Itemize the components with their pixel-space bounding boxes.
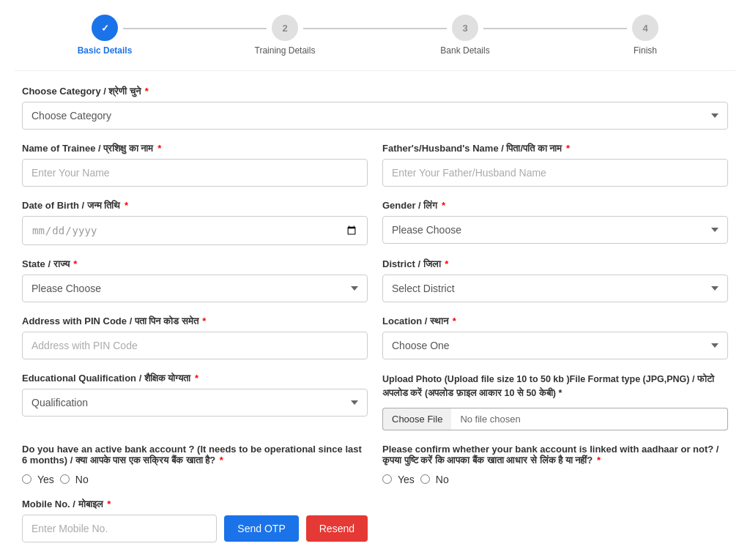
- mobile-label: Mobile No. / मोबाइल *: [22, 499, 368, 510]
- aadhaar-link-label: Please confirm whether your bank account…: [382, 444, 728, 466]
- step-label-finish: Finish: [634, 45, 657, 56]
- stepper: ✓ Basic Details 2 Training Details 3 Ban…: [15, 7, 735, 71]
- address-label: Address with PIN Code / पता पिन कोड समेत…: [22, 316, 368, 327]
- aadhaar-radio-group: Yes No: [382, 474, 728, 485]
- state-select[interactable]: Please Choose: [22, 275, 368, 302]
- send-otp-button[interactable]: Send OTP: [224, 515, 298, 542]
- bank-yes-label: Yes: [37, 474, 54, 485]
- mobile-right-placeholder: [382, 499, 728, 542]
- choose-file-button[interactable]: Choose File: [382, 408, 451, 430]
- bank-aadhaar-row: Do you have an active bank account ? (It…: [22, 444, 728, 485]
- trainee-name-group: Name of Trainee / प्रशिक्षु का नाम *: [22, 143, 368, 187]
- step-circle-bank: 3: [452, 15, 478, 41]
- gender-group: Gender / लिंग * Please Choose Male Femal…: [382, 200, 728, 245]
- district-select[interactable]: Select District: [382, 275, 728, 302]
- aadhaar-no-radio[interactable]: [420, 474, 430, 484]
- file-input-row: Choose File No file chosen: [382, 408, 728, 430]
- bank-account-group: Do you have an active bank account ? (It…: [22, 444, 368, 485]
- aadhaar-yes-radio[interactable]: [382, 474, 392, 484]
- dob-label: Date of Birth / जन्म तिथि *: [22, 200, 368, 212]
- step-circle-training: 2: [272, 15, 298, 41]
- mobile-group: Mobile No. / मोबाइल * Send OTP Resend: [22, 499, 368, 542]
- aadhaar-no-label: No: [436, 474, 449, 485]
- bank-yes-radio[interactable]: [22, 474, 31, 484]
- step-label-bank: Bank Details: [440, 45, 489, 56]
- step-circle-basic: ✓: [92, 15, 118, 41]
- state-district-row: State / राज्य * Please Choose District /…: [22, 258, 728, 302]
- location-group: Location / स्थान * Choose One: [382, 316, 728, 359]
- district-label: District / जिला *: [382, 258, 728, 270]
- edu-qual-select[interactable]: Qualification: [22, 389, 368, 417]
- gender-select[interactable]: Please Choose Male Female Other: [382, 216, 728, 244]
- step-basic-details: ✓ Basic Details: [15, 15, 195, 56]
- aadhaar-yes-label: Yes: [398, 474, 415, 485]
- upload-photo-group: Upload Photo (Upload file size 10 to 50 …: [382, 373, 728, 430]
- step-training-details: 2 Training Details: [195, 15, 375, 56]
- otp-row: Send OTP Resend: [22, 515, 368, 542]
- basic-details-form: Choose Category / श्रेणी चुने * Choose C…: [15, 86, 735, 542]
- mobile-row: Mobile No. / मोबाइल * Send OTP Resend: [22, 499, 728, 542]
- bank-no-radio[interactable]: [60, 474, 70, 484]
- address-group: Address with PIN Code / पता पिन कोड समेत…: [22, 316, 368, 359]
- state-label: State / राज्य *: [22, 258, 368, 270]
- bank-no-label: No: [75, 474, 89, 485]
- location-label: Location / स्थान *: [382, 316, 728, 327]
- resend-button[interactable]: Resend: [306, 515, 368, 542]
- step-bank-details: 3 Bank Details: [375, 15, 555, 56]
- step-label-basic: Basic Details: [78, 45, 133, 56]
- category-label: Choose Category / श्रेणी चुने *: [22, 86, 728, 97]
- father-name-group: Father's/Husband's Name / पिता/पति का ना…: [382, 143, 728, 187]
- aadhaar-link-group: Please confirm whether your bank account…: [382, 444, 728, 485]
- edu-upload-row: Educational Qualification / शैक्षिक योग्…: [22, 373, 728, 430]
- dob-group: Date of Birth / जन्म तिथि *: [22, 200, 368, 245]
- names-row: Name of Trainee / प्रशिक्षु का नाम * Fat…: [22, 143, 728, 187]
- state-group: State / राज्य * Please Choose: [22, 258, 368, 302]
- category-group: Choose Category / श्रेणी चुने * Choose C…: [22, 86, 728, 130]
- edu-qual-label: Educational Qualification / शैक्षिक योग्…: [22, 373, 368, 384]
- address-input[interactable]: [22, 332, 368, 359]
- district-group: District / जिला * Select District: [382, 258, 728, 302]
- category-select[interactable]: Choose Category: [22, 102, 728, 130]
- upload-photo-label: Upload Photo (Upload file size 10 to 50 …: [382, 373, 728, 400]
- location-select[interactable]: Choose One: [382, 332, 728, 359]
- step-finish: 4 Finish: [555, 15, 735, 56]
- trainee-name-input[interactable]: [22, 159, 368, 187]
- address-location-row: Address with PIN Code / पता पिन कोड समेत…: [22, 316, 728, 359]
- bank-radio-group: Yes No: [22, 474, 368, 485]
- dob-input[interactable]: [22, 216, 368, 245]
- father-name-label: Father's/Husband's Name / पिता/पति का ना…: [382, 143, 728, 154]
- dob-gender-row: Date of Birth / जन्म तिथि * Gender / लिं…: [22, 200, 728, 245]
- trainee-name-label: Name of Trainee / प्रशिक्षु का नाम *: [22, 143, 368, 154]
- step-label-training: Training Details: [255, 45, 316, 56]
- step-circle-finish: 4: [632, 15, 658, 41]
- bank-account-label: Do you have an active bank account ? (It…: [22, 444, 368, 466]
- mobile-input[interactable]: [22, 515, 217, 542]
- category-row: Choose Category / श्रेणी चुने * Choose C…: [22, 86, 728, 130]
- no-file-chosen-text: No file chosen: [451, 408, 728, 430]
- father-name-input[interactable]: [382, 159, 728, 187]
- edu-qual-group: Educational Qualification / शैक्षिक योग्…: [22, 373, 368, 430]
- gender-label: Gender / लिंग *: [382, 200, 728, 212]
